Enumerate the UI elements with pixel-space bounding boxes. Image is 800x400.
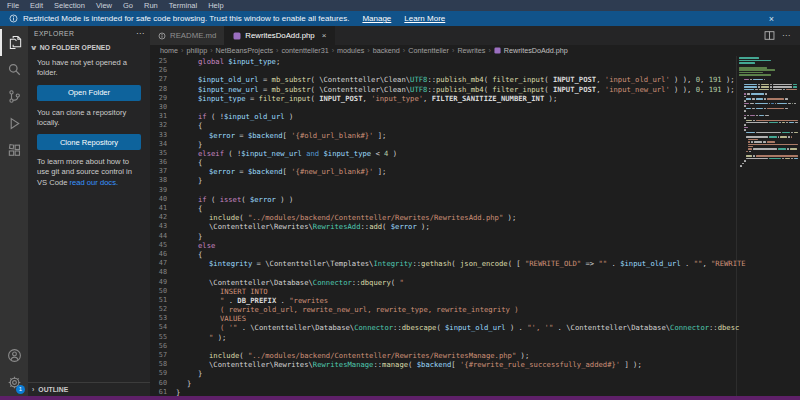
code-line[interactable]: 42include( "../modules/backend/Contentte… [150,213,800,222]
breadcrumb-item[interactable]: backend [373,46,400,55]
line-number[interactable]: 52 [150,305,176,314]
code-line[interactable]: 57include( "../modules/backend/Contentte… [150,351,800,360]
line-number[interactable]: 44 [150,232,176,241]
code-line[interactable]: 34} [150,140,800,149]
code-line[interactable]: 43\Contentteller\Rewrites\RewritesAdd::a… [150,222,800,231]
code-line[interactable]: 59} [150,369,800,378]
sidebar-more-icon[interactable]: ⋯ [136,29,144,38]
code-line[interactable]: 61} [150,388,800,396]
line-number[interactable]: 55 [150,333,176,342]
line-number[interactable]: 53 [150,314,176,323]
tab-rewritesdoadd[interactable]: RewritesDoAdd.php × [225,26,335,45]
code-line[interactable]: 48 [150,268,800,277]
code-line[interactable]: 60} [150,379,800,388]
menu-item-help[interactable]: Help [208,1,223,10]
code-line[interactable]: 47$integrity = \Contentteller\Templates\… [150,259,800,268]
docs-link[interactable]: read our docs. [70,178,119,187]
account-icon[interactable] [0,342,28,369]
line-number[interactable]: 40 [150,195,176,204]
code-line[interactable]: 54( '" . \Contentteller\Database\Connect… [150,323,800,332]
more-actions-icon[interactable]: ⋯ [782,31,790,40]
code-line[interactable]: 55" ); [150,333,800,342]
line-number[interactable]: 47 [150,259,176,268]
breadcrumb-item[interactable]: home [160,46,178,55]
run-debug-icon[interactable] [0,110,28,137]
code-line[interactable]: 44} [150,232,800,241]
breadcrumb-item[interactable]: contentteller31 [282,46,329,55]
line-number[interactable]: 36 [150,158,176,167]
minimap[interactable] [736,56,800,396]
breadcrumb-item[interactable]: Rewrites [457,46,485,55]
breadcrumb-item[interactable]: NetBeansProjects [216,46,274,55]
code-line[interactable]: 38} [150,176,800,185]
code-line[interactable]: 31if ( !$input_old_url ) [150,112,800,121]
line-number[interactable]: 33 [150,131,176,140]
clone-repository-button[interactable]: Clone Repository [37,134,141,150]
menu-item-edit[interactable]: Edit [30,1,43,10]
breadcrumb-item[interactable]: modules [337,46,364,55]
menu-item-terminal[interactable]: Terminal [169,1,197,10]
breadcrumb-item[interactable]: philipp [186,46,207,55]
line-number[interactable]: 25 [150,57,176,66]
line-number[interactable]: 37 [150,167,176,176]
line-number[interactable]: 30 [150,103,176,112]
code-line[interactable]: 29$input_type = filter_input( INPUT_POST… [150,94,800,103]
code-line[interactable]: 49\Contentteller\Database\Connector::dbq… [150,278,800,287]
code-editor[interactable]: 25global $input_type;2627$input_old_url … [150,56,800,396]
line-number[interactable]: 59 [150,369,176,378]
tab-close-icon[interactable]: × [322,31,327,40]
code-line[interactable]: 39 [150,186,800,195]
code-line[interactable]: 51" . DB_PREFIX . "rewrites [150,296,800,305]
code-line[interactable]: 25global $input_type; [150,57,800,66]
breadcrumb-file[interactable]: RewritesDoAdd.php [494,46,568,55]
extensions-icon[interactable] [0,137,28,164]
learn-more-link[interactable]: Learn More [404,14,445,23]
split-editor-icon[interactable] [764,30,775,41]
menu-item-go[interactable]: Go [123,1,133,10]
line-number[interactable]: 50 [150,287,176,296]
outline-section[interactable]: › OUTLINE [28,382,150,396]
tab-readme[interactable]: README.md [150,26,225,45]
line-number[interactable]: 46 [150,250,176,259]
line-number[interactable]: 60 [150,379,176,388]
line-number[interactable]: 32 [150,121,176,130]
code-line[interactable]: 56 [150,342,800,351]
line-number[interactable]: 34 [150,140,176,149]
line-number[interactable]: 43 [150,222,176,231]
code-line[interactable]: 26 [150,66,800,75]
code-line[interactable]: 53VALUES [150,314,800,323]
line-number[interactable]: 41 [150,204,176,213]
code-line[interactable]: 45else [150,241,800,250]
line-number[interactable]: 57 [150,351,176,360]
code-line[interactable]: 33$error = $backend[ '{#old_url_blank#}'… [150,131,800,140]
code-line[interactable]: 46{ [150,250,800,259]
source-control-icon[interactable] [0,83,28,110]
menu-item-file[interactable]: File [7,1,19,10]
line-number[interactable]: 42 [150,213,176,222]
line-number[interactable]: 35 [150,149,176,158]
code-line[interactable]: 28$input_new_url = mb_substr( \Contentte… [150,85,800,94]
line-number[interactable]: 39 [150,186,176,195]
line-number[interactable]: 51 [150,296,176,305]
line-number[interactable]: 61 [150,388,176,396]
code-line[interactable]: 58\Contentteller\Rewrites\RewritesManage… [150,360,800,369]
code-line[interactable]: 41{ [150,204,800,213]
code-line[interactable]: 50INSERT INTO [150,287,800,296]
menu-item-run[interactable]: Run [144,1,158,10]
menu-item-view[interactable]: View [96,1,112,10]
line-number[interactable]: 31 [150,112,176,121]
section-no-folder[interactable]: ∨ NO FOLDER OPENED [28,41,150,54]
line-number[interactable]: 27 [150,75,176,84]
manage-link[interactable]: Manage [362,14,391,23]
code-line[interactable]: 35elseif ( !$input_new_url and $input_ty… [150,149,800,158]
line-number[interactable]: 29 [150,94,176,103]
line-number[interactable]: 45 [150,241,176,250]
line-number[interactable]: 38 [150,176,176,185]
code-line[interactable]: 37$error = $backend[ '{#new_url_blank#}'… [150,167,800,176]
explorer-icon[interactable] [0,29,28,56]
breadcrumb-item[interactable]: Contentteller [408,46,449,55]
settings-gear-icon[interactable]: 1 [0,369,28,396]
search-icon[interactable] [0,56,28,83]
open-folder-button[interactable]: Open Folder [37,85,141,101]
code-line[interactable]: 40if ( isset( $error ) ) [150,195,800,204]
